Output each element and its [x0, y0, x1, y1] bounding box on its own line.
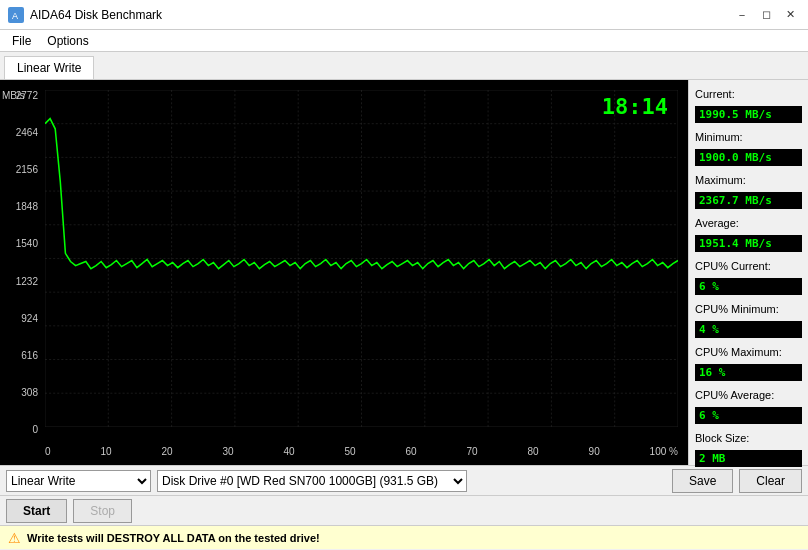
svg-text:A: A — [12, 11, 18, 21]
minimize-button[interactable]: − — [732, 5, 752, 25]
cpu-average-value: 6 % — [695, 407, 802, 424]
x-label-40: 40 — [284, 446, 295, 457]
bottom-controls: Linear Write Disk Drive #0 [WD Red SN700… — [0, 465, 808, 495]
minimum-value: 1900.0 MB/s — [695, 149, 802, 166]
main-content: MB/s 18:14 0 308 616 924 1232 1540 1848 … — [0, 80, 808, 465]
average-value: 1951.4 MB/s — [695, 235, 802, 252]
titlebar: A AIDA64 Disk Benchmark − ◻ ✕ — [0, 0, 808, 30]
block-size-label: Block Size: — [695, 432, 802, 444]
cpu-current-value: 6 % — [695, 278, 802, 295]
y-label-2464: 2464 — [2, 127, 42, 138]
app-icon: A — [8, 7, 24, 23]
titlebar-controls: − ◻ ✕ — [732, 5, 800, 25]
drive-select[interactable]: Disk Drive #0 [WD Red SN700 1000GB] (931… — [157, 470, 467, 492]
stats-panel: Current: 1990.5 MB/s Minimum: 1900.0 MB/… — [688, 80, 808, 465]
menu-file[interactable]: File — [4, 32, 39, 50]
warning-icon: ⚠ — [8, 530, 21, 546]
y-label-0: 0 — [2, 424, 42, 435]
x-label-100: 100 % — [650, 446, 678, 457]
x-label-80: 80 — [528, 446, 539, 457]
y-label-1232: 1232 — [2, 276, 42, 287]
cpu-average-label: CPU% Average: — [695, 389, 802, 401]
cpu-minimum-label: CPU% Minimum: — [695, 303, 802, 315]
cpu-maximum-label: CPU% Maximum: — [695, 346, 802, 358]
x-axis: 0 10 20 30 40 50 60 70 80 90 100 % — [45, 446, 678, 457]
maximum-value: 2367.7 MB/s — [695, 192, 802, 209]
chart-area: MB/s 18:14 0 308 616 924 1232 1540 1848 … — [0, 80, 688, 465]
x-label-70: 70 — [467, 446, 478, 457]
clear-button[interactable]: Clear — [739, 469, 802, 493]
x-label-10: 10 — [100, 446, 111, 457]
x-label-0: 0 — [45, 446, 51, 457]
test-select[interactable]: Linear Write — [6, 470, 151, 492]
x-label-20: 20 — [161, 446, 172, 457]
maximum-label: Maximum: — [695, 174, 802, 186]
start-button[interactable]: Start — [6, 499, 67, 523]
y-label-1848: 1848 — [2, 201, 42, 212]
x-label-90: 90 — [589, 446, 600, 457]
x-label-60: 60 — [406, 446, 417, 457]
titlebar-left: A AIDA64 Disk Benchmark — [8, 7, 162, 23]
average-label: Average: — [695, 217, 802, 229]
y-label-308: 308 — [2, 387, 42, 398]
y-axis: 0 308 616 924 1232 1540 1848 2156 2464 2… — [2, 90, 42, 435]
stop-button[interactable]: Stop — [73, 499, 132, 523]
warning-bar: ⚠ Write tests will DESTROY ALL DATA on t… — [0, 525, 808, 549]
maximize-button[interactable]: ◻ — [756, 5, 776, 25]
tab-linear-write[interactable]: Linear Write — [4, 56, 94, 79]
chart-svg — [45, 90, 678, 427]
minimum-label: Minimum: — [695, 131, 802, 143]
block-size-value: 2 MB — [695, 450, 802, 467]
y-label-1540: 1540 — [2, 238, 42, 249]
y-label-924: 924 — [2, 313, 42, 324]
current-value: 1990.5 MB/s — [695, 106, 802, 123]
y-label-616: 616 — [2, 350, 42, 361]
start-stop-bar: Start Stop — [0, 495, 808, 525]
close-button[interactable]: ✕ — [780, 5, 800, 25]
save-button[interactable]: Save — [672, 469, 733, 493]
tabbar: Linear Write — [0, 52, 808, 80]
cpu-current-label: CPU% Current: — [695, 260, 802, 272]
menu-options[interactable]: Options — [39, 32, 96, 50]
titlebar-title: AIDA64 Disk Benchmark — [30, 8, 162, 22]
cpu-maximum-value: 16 % — [695, 364, 802, 381]
x-label-50: 50 — [345, 446, 356, 457]
menubar: File Options — [0, 30, 808, 52]
x-label-30: 30 — [222, 446, 233, 457]
y-label-2156: 2156 — [2, 164, 42, 175]
y-label-2772: 2772 — [2, 90, 42, 101]
warning-text: Write tests will DESTROY ALL DATA on the… — [27, 532, 320, 544]
cpu-minimum-value: 4 % — [695, 321, 802, 338]
current-label: Current: — [695, 88, 802, 100]
